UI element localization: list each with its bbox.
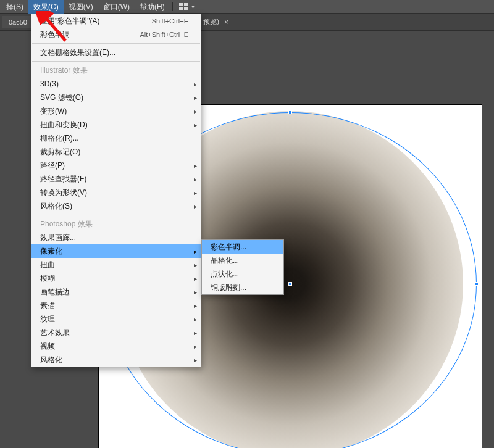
menu-svg-filters[interactable]: SVG 滤镜(G)▸	[31, 91, 201, 104]
menu-convert-to-shape[interactable]: 转换为形状(V)▸	[31, 186, 201, 199]
submenu-arrow-icon: ▸	[194, 122, 197, 128]
menu-separator	[32, 61, 200, 62]
menu-select[interactable]: 择(S)	[1, 0, 28, 14]
menu-stylize-ps[interactable]: 风格化▸	[31, 353, 201, 367]
submenu-arrow-icon: ▸	[194, 94, 197, 101]
svg-rect-0	[179, 3, 183, 6]
svg-rect-2	[179, 7, 183, 10]
submenu-arrow-icon: ▸	[194, 108, 197, 115]
submenu-arrow-icon: ▸	[194, 203, 197, 210]
submenu-arrow-icon: ▸	[194, 81, 197, 88]
menu-brush-strokes[interactable]: 画笔描边▸	[31, 285, 201, 299]
submenu-arrow-icon: ▸	[194, 316, 197, 323]
menu-doc-raster-settings[interactable]: 文档栅格效果设置(E)...	[31, 46, 201, 59]
submenu-arrow-icon: ▸	[194, 262, 197, 268]
menu-texture[interactable]: 纹理▸	[31, 312, 201, 326]
submenu-arrow-icon: ▸	[194, 248, 197, 255]
menu-distort-transform[interactable]: 扭曲和变换(D)▸	[31, 118, 201, 131]
svg-rect-3	[184, 7, 188, 10]
submenu-arrow-icon: ▸	[194, 357, 197, 363]
menu-crop-marks[interactable]: 裁剪标记(O)	[31, 145, 201, 159]
menu-apply-last[interactable]: 应用"彩色半调"(A) Shift+Ctrl+E	[31, 14, 201, 28]
menu-pixelate[interactable]: 像素化▸	[31, 244, 201, 258]
layout-grid-icon[interactable]: ▾	[179, 3, 195, 10]
submenu-color-halftone[interactable]: 彩色半调...	[202, 240, 283, 254]
submenu-arrow-icon: ▸	[194, 275, 197, 282]
pixelate-submenu: 彩色半调... 晶格化... 点状化... 铜版雕刻...	[201, 239, 284, 295]
submenu-crystallize[interactable]: 晶格化...	[202, 254, 283, 267]
menu-section-photoshop: Photoshop 效果	[31, 217, 201, 231]
menu-path[interactable]: 路径(P)▸	[31, 159, 201, 172]
menu-warp[interactable]: 变形(W)▸	[31, 104, 201, 118]
menu-separator	[32, 215, 200, 215]
menu-sketch[interactable]: 素描▸	[31, 299, 201, 312]
menu-artistic[interactable]: 艺术效果▸	[31, 326, 201, 339]
menu-last-effect[interactable]: 彩色半调 Alt+Shift+Ctrl+E	[31, 28, 201, 41]
menu-video[interactable]: 视频▸	[31, 339, 201, 353]
chevron-down-icon: ▾	[191, 3, 195, 10]
menu-window[interactable]: 窗口(W)	[98, 0, 135, 14]
submenu-arrow-icon: ▸	[194, 302, 197, 309]
close-icon[interactable]: ×	[224, 18, 228, 27]
svg-rect-1	[184, 3, 188, 6]
menu-section-illustrator: Illustrator 效果	[31, 64, 201, 77]
menu-separator	[32, 43, 200, 44]
menu-effect[interactable]: 效果(C)	[28, 0, 64, 14]
submenu-mezzotint[interactable]: 铜版雕刻...	[202, 281, 283, 294]
menu-rasterize[interactable]: 栅格化(R)...	[31, 131, 201, 145]
menubar-separator	[172, 2, 173, 11]
submenu-arrow-icon: ▸	[194, 162, 197, 169]
submenu-pointillize[interactable]: 点状化...	[202, 267, 283, 281]
handle-right[interactable]	[475, 282, 479, 286]
menu-stylize-ai[interactable]: 风格化(S)▸	[31, 199, 201, 213]
tab-label-left: 0ac50	[9, 19, 27, 26]
effect-menu: 应用"彩色半调"(A) Shift+Ctrl+E 彩色半调 Alt+Shift+…	[31, 14, 201, 367]
submenu-arrow-icon: ▸	[194, 189, 197, 196]
menu-help[interactable]: 帮助(H)	[135, 0, 170, 14]
menubar: 择(S) 效果(C) 视图(V) 窗口(W) 帮助(H) ▾	[0, 0, 494, 14]
menu-view[interactable]: 视图(V)	[64, 0, 98, 14]
submenu-arrow-icon: ▸	[194, 289, 197, 296]
menu-pathfinder[interactable]: 路径查找器(F)▸	[31, 172, 201, 186]
submenu-arrow-icon: ▸	[194, 330, 197, 336]
menu-distort-ps[interactable]: 扭曲▸	[31, 258, 201, 272]
submenu-arrow-icon: ▸	[194, 343, 197, 350]
menu-blur[interactable]: 模糊▸	[31, 272, 201, 285]
menu-effect-gallery[interactable]: 效果画廊...	[31, 231, 201, 244]
menu-3d[interactable]: 3D(3)▸	[31, 77, 201, 91]
submenu-arrow-icon: ▸	[194, 176, 197, 183]
document-tab[interactable]: 0ac50	[2, 16, 33, 28]
